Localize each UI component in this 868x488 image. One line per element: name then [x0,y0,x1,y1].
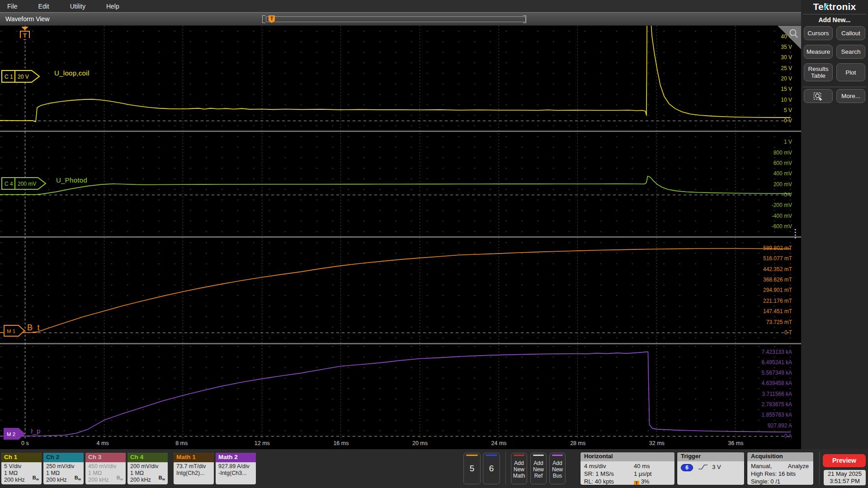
waveform-label-math1[interactable]: B_t [27,323,40,333]
y-tick-label-ch1: 25 V [742,65,792,71]
channel-badge-body: 250 mV/div1 MΩ200 kHzBw [43,462,84,484]
waveform-slice-math2[interactable]: 7.423133 kA6.495241 kA5.567349 kA4.63945… [0,344,801,438]
button-color-stripe [514,455,524,456]
channel-button-6[interactable]: 6 [483,453,500,484]
bottom-settings-bar: Ch 15 V/div1 MΩ200 kHzBwCh 2250 mV/div1 … [0,449,868,488]
svg-text:M 2: M 2 [7,432,15,437]
waveform-slice-ch4[interactable]: 1 V800 mV600 mV400 mV200 mV0 V-200 mV-40… [0,132,801,236]
channel-badge-math-1[interactable]: Math 173.7 mT/divIntg(Ch2)... [174,453,214,484]
minimap-right-bracket [523,15,526,23]
horizontal-position-minimap[interactable]: T [266,16,526,22]
waveform-slice-ch1[interactable]: 40 V35 V30 V25 V20 V15 V10 V5 V0 V [0,26,801,131]
channel-color-stripe [466,455,478,456]
add-plot-button[interactable]: Plot [836,63,865,81]
waveform-plot[interactable]: 40 V35 V30 V25 V20 V15 V10 V5 V0 V1 V800… [0,26,801,449]
channel-badge-math-2[interactable]: Math 2927.89 A/div-Intg(Ch3... [216,453,256,484]
add-results-table-button[interactable]: Results Table [804,63,833,81]
add-cursors-button[interactable]: Cursors [804,26,833,40]
y-tick-label-ch4: -200 mV [742,202,792,208]
y-tick-label-math1: 589.802 mT [742,245,792,251]
add-callout-button[interactable]: Callout [836,26,865,40]
horizontal-panel-title: Horizontal [580,452,675,461]
math-badge-m2[interactable]: M 2 [4,428,25,440]
add-new-ref-button[interactable]: AddNewRef [530,453,547,484]
y-tick-label-ch1: 15 V [742,86,792,92]
y-tick-label-math2: 1.855783 kA [742,412,792,418]
splitter-grip-handle[interactable]: ●●●● [794,228,796,239]
add-measure-button[interactable]: Measure [804,45,833,59]
y-tick-label-ch1: 10 V [742,97,792,103]
channel-badge-header: Ch 2 [43,453,84,462]
trigger-position-marker[interactable]: T [20,28,30,40]
waveform-label-math2[interactable]: I_p [31,427,41,435]
bandwidth-limit-badge: Bw [159,474,165,483]
y-tick-label-ch4: 600 mV [742,160,792,166]
trigger-time-line [25,26,25,438]
channel-badge-ch-3[interactable]: Ch 3450 mV/div1 MΩ200 kHzBw [85,453,126,484]
y-tick-label-ch1: 30 V [742,54,792,61]
y-tick-label-ch1: 5 V [742,107,792,113]
x-axis-tick-label: 28 ms [570,440,585,446]
menu-help[interactable]: Help [106,3,119,10]
trigger-t-icon: T [20,31,30,40]
bandwidth-limit-badge: Bw [75,474,81,483]
time-text: 3:51:57 PM [824,478,866,485]
acquisition-mode-row: Manual,Analyze [751,463,811,470]
math-badge-m1[interactable]: M 1 [4,325,25,337]
channel-badge-ch-4[interactable]: Ch 4200 mV/div1 MΩ200 kHzBw [127,453,168,484]
waveform-slice-math1[interactable]: 589.802 mT516.077 mT442.352 mT368.626 mT… [0,238,801,343]
menu-utility[interactable]: Utility [70,3,85,10]
menu-edit[interactable]: Edit [38,3,49,10]
minimap-trigger-flag[interactable]: T [269,15,275,23]
acquisition-panel[interactable]: Acquisition Manual,Analyze High Res: 16 … [747,452,814,485]
channel-badge-c4[interactable]: C 4 200 mV [1,177,47,190]
trigger-level: 3 V [712,464,721,470]
preview-button[interactable]: Preview [823,454,866,467]
channel-badge-header: Math 1 [174,453,214,462]
channel-badge-ch-2[interactable]: Ch 2250 mV/div1 MΩ200 kHzBw [43,453,84,484]
waveform-trace-math1 [0,238,791,343]
y-tick-label-ch4: 1 V [742,139,792,145]
minimap-left-bracket [262,15,265,23]
trigger-arrow-icon [21,27,28,30]
channel-button-5[interactable]: 5 [463,453,481,484]
y-tick-label-math2: 4.639458 kA [742,380,792,386]
right-sidebar: Tektronix Add New... Cursors Callout Mea… [801,0,868,449]
y-tick-label-ch1: 20 V [742,75,792,82]
marquee-zoom-button[interactable] [804,89,833,103]
button-color-stripe [533,455,544,456]
y-tick-label-ch4: -600 mV [742,223,792,230]
add-new-bus-button[interactable]: AddNewBus [549,453,566,484]
bottombar-divider [505,452,506,484]
svg-text:C 1: C 1 [5,74,13,80]
channel-badge-c1[interactable]: C 1 20 V [1,70,41,83]
svg-text:200 mV: 200 mV [18,181,36,187]
channel-badge-body: 73.7 mT/divIntg(Ch2)... [174,462,214,484]
channel-badge-header: Math 2 [216,453,256,462]
rising-edge-icon [698,464,708,470]
y-tick-label-math1: 294.901 mT [742,287,792,293]
add-search-button[interactable]: Search [836,45,865,59]
channel-badge-body: 927.89 A/div-Intg(Ch3... [216,462,256,484]
more-button[interactable]: More... [836,89,865,103]
datetime-display[interactable]: 21 May 2025 3:51:57 PM [824,470,866,485]
waveform-view-title: Waveform View [5,15,49,23]
channel-badge-ch-1[interactable]: Ch 15 V/div1 MΩ200 kHzBw [1,453,42,484]
waveform-view-titlebar[interactable]: Waveform View T [0,12,801,26]
tektronix-logo: Tektronix [801,1,868,12]
y-tick-label-math1: 0 T [742,329,792,336]
x-axis-tick-label: 8 ms [175,440,188,446]
trigger-panel-title: Trigger [677,452,744,461]
horizontal-panel[interactable]: Horizontal 4 ms/div 40 ms SR: 1 MS/s 1 µ… [580,452,675,485]
trigger-panel[interactable]: Trigger 6 3 V [677,452,745,485]
x-axis-tick-label: 16 ms [333,440,349,446]
bandwidth-limit-badge: Bw [33,474,39,483]
add-new-math-button[interactable]: AddNewMath [511,453,527,484]
y-tick-label-ch4: -400 mV [742,213,792,219]
waveform-label-ch1[interactable]: U_loop,coil [54,69,90,77]
svg-text:20 V: 20 V [18,74,29,80]
menu-file[interactable]: File [7,3,18,10]
bottombar-divider [819,452,820,484]
waveform-label-ch4[interactable]: U_Photod [56,176,87,184]
y-tick-label-math2: 2.783675 kA [742,401,792,408]
